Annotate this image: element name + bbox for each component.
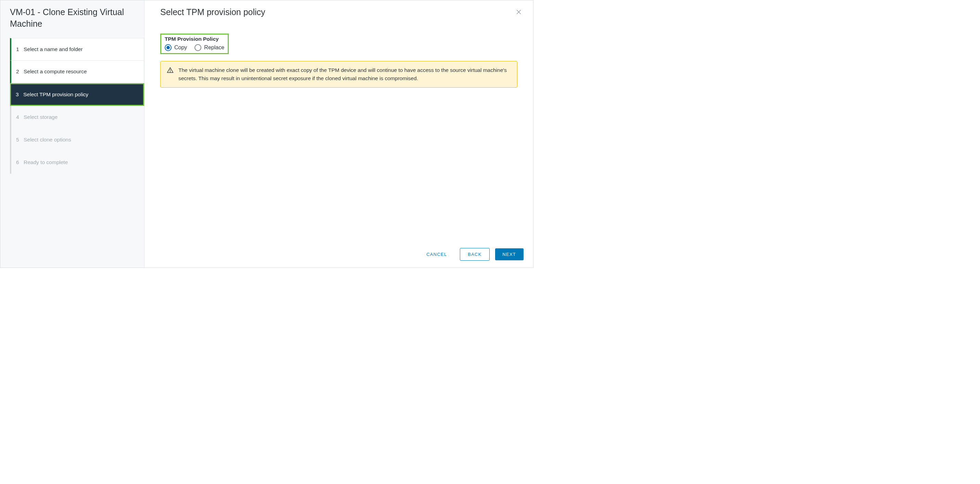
step-number: 2 — [16, 68, 24, 75]
warning-icon — [167, 67, 173, 83]
radio-replace[interactable]: Replace — [194, 44, 224, 51]
warning-alert: The virtual machine clone will be create… — [160, 61, 517, 88]
step-number: 5 — [16, 137, 24, 143]
radio-copy[interactable]: Copy — [165, 44, 187, 51]
step-number: 6 — [16, 159, 24, 166]
step-ready-to-complete: 6 Ready to complete — [10, 151, 144, 174]
tpm-policy-radio-row: Copy Replace — [165, 44, 224, 51]
cancel-button[interactable]: CANCEL — [419, 248, 454, 260]
wizard-title: VM-01 - Clone Existing Virtual Machine — [0, 6, 144, 38]
step-name-and-folder[interactable]: 1 Select a name and folder — [10, 38, 144, 61]
tpm-policy-group: TPM Provision Policy Copy Replace — [160, 33, 229, 54]
page-body: TPM Provision Policy Copy Replace — [145, 21, 533, 242]
close-button[interactable] — [514, 7, 523, 18]
step-clone-options: 5 Select clone options — [10, 129, 144, 151]
step-label: Select clone options — [24, 137, 71, 143]
step-label: Select storage — [24, 114, 57, 120]
step-label: Select a compute resource — [24, 68, 87, 75]
radio-icon — [194, 44, 201, 51]
wizard-dialog: VM-01 - Clone Existing Virtual Machine 1… — [0, 0, 533, 268]
step-number: 4 — [16, 114, 24, 120]
page-title: Select TPM provision policy — [160, 7, 266, 17]
radio-replace-label: Replace — [204, 45, 224, 51]
step-compute-resource[interactable]: 2 Select a compute resource — [10, 61, 144, 83]
page-header: Select TPM provision policy — [145, 0, 533, 21]
back-button[interactable]: BACK — [460, 248, 489, 261]
wizard-steps: 1 Select a name and folder 2 Select a co… — [0, 38, 144, 174]
radio-icon — [165, 44, 172, 51]
step-tpm-provision-policy[interactable]: 3 Select TPM provision policy — [10, 83, 144, 106]
warning-text: The virtual machine clone will be create… — [178, 66, 511, 83]
step-label: Select TPM provision policy — [23, 91, 88, 98]
step-label: Ready to complete — [24, 159, 68, 166]
next-button[interactable]: NEXT — [495, 248, 523, 260]
step-number: 3 — [16, 91, 23, 98]
close-icon — [515, 9, 522, 16]
tpm-policy-label: TPM Provision Policy — [165, 36, 224, 42]
step-number: 1 — [16, 46, 24, 53]
radio-copy-label: Copy — [174, 45, 187, 51]
wizard-footer: CANCEL BACK NEXT — [145, 242, 533, 267]
step-select-storage: 4 Select storage — [10, 106, 144, 129]
wizard-main: Select TPM provision policy TPM Provisio… — [145, 0, 533, 267]
svg-point-3 — [170, 72, 170, 72]
wizard-sidebar: VM-01 - Clone Existing Virtual Machine 1… — [0, 0, 145, 267]
step-label: Select a name and folder — [24, 46, 83, 53]
